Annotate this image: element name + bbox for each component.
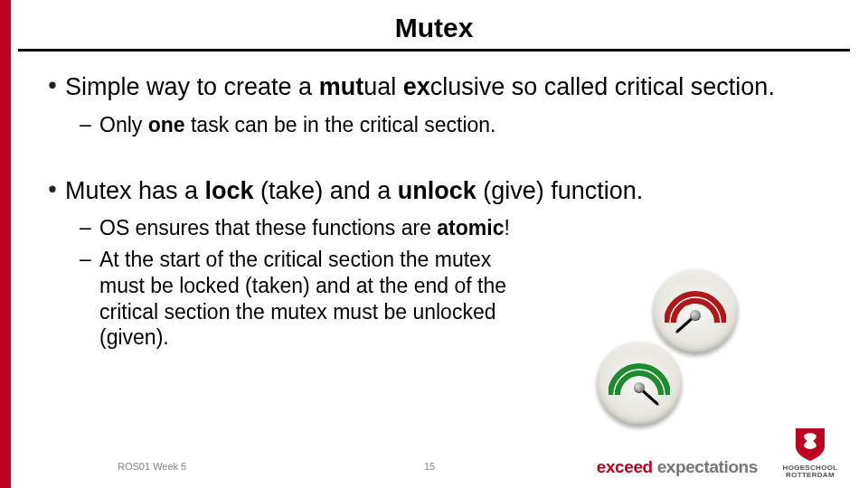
dash-icon: – [80, 247, 99, 351]
accent-bar [0, 0, 11, 488]
gauge-illustration [597, 269, 750, 423]
bullet-icon: • [40, 176, 65, 207]
shield-icon [794, 427, 826, 463]
bullet-text: Simple way to create a mutual exclusive … [65, 72, 841, 103]
bullet-text: Mutex has a lock (take) and a unlock (gi… [65, 176, 841, 207]
page-number: 15 [424, 461, 435, 472]
slide-title: Mutex [0, 13, 868, 43]
bullet-1: • Simple way to create a mutual exclusiv… [40, 72, 841, 138]
dash-icon: – [80, 112, 99, 138]
slide-footer: ROS01 Week 5 [118, 461, 186, 472]
sub-bullet: – Only one task can be in the critical s… [80, 112, 841, 138]
sub-bullet: – OS ensures that these functions are at… [80, 215, 841, 241]
gauge-unlocked-icon [597, 342, 682, 427]
title-underline [18, 49, 850, 52]
gauge-locked-icon [653, 269, 738, 354]
dash-icon: – [80, 215, 99, 241]
tagline: exceed expectations [597, 457, 758, 477]
hogeschool-logo: HOGESCHOOL ROTTERDAM [769, 427, 852, 479]
bullet-icon: • [40, 72, 65, 103]
